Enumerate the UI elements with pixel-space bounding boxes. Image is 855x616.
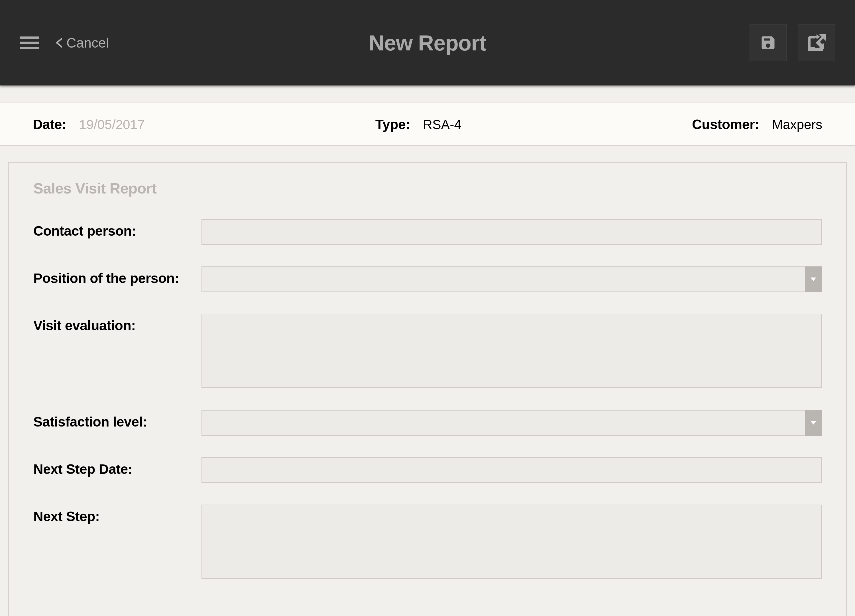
form-wrapper: Sales Visit Report Contact person: Posit…: [0, 146, 855, 616]
info-bar: Date: 19/05/2017 Type: RSA-4 Customer: M…: [0, 103, 855, 146]
position-label: Position of the person:: [33, 267, 201, 292]
page-title: New Report: [369, 31, 486, 55]
form-panel: Sales Visit Report Contact person: Posit…: [8, 162, 847, 616]
satisfaction-select-wrap: [201, 410, 822, 436]
info-type: Type: RSA-4: [375, 116, 461, 132]
visit-evaluation-label: Visit evaluation:: [33, 314, 201, 388]
info-customer: Customer: Maxpers: [692, 116, 822, 132]
header-actions: [749, 24, 835, 61]
customer-value: Maxpers: [772, 117, 822, 132]
cancel-button[interactable]: Cancel: [55, 35, 109, 51]
visit-evaluation-textarea[interactable]: [201, 314, 822, 388]
cancel-label: Cancel: [66, 35, 109, 51]
row-next-step: Next Step:: [33, 504, 822, 579]
chevron-left-icon: [55, 38, 62, 48]
satisfaction-label: Satisfaction level:: [33, 410, 201, 436]
save-icon: [760, 34, 777, 51]
position-select[interactable]: [201, 267, 822, 292]
date-value[interactable]: 19/05/2017: [79, 117, 145, 132]
row-next-step-date: Next Step Date:: [33, 457, 822, 483]
next-step-textarea[interactable]: [201, 504, 822, 579]
contact-person-label: Contact person:: [33, 219, 201, 245]
share-arrow-icon: [806, 32, 827, 53]
form-section-title: Sales Visit Report: [33, 180, 822, 197]
row-visit-evaluation: Visit evaluation:: [33, 314, 822, 388]
header-bar: Cancel New Report: [0, 0, 855, 86]
menu-button[interactable]: [20, 33, 40, 53]
hamburger-icon: [20, 37, 39, 39]
next-step-date-input[interactable]: [201, 457, 822, 483]
row-contact-person: Contact person:: [33, 219, 822, 245]
satisfaction-select[interactable]: [201, 410, 822, 436]
next-step-label: Next Step:: [33, 504, 201, 579]
next-step-date-label: Next Step Date:: [33, 457, 201, 483]
row-satisfaction: Satisfaction level:: [33, 410, 822, 436]
customer-label: Customer:: [692, 116, 759, 132]
save-button[interactable]: [749, 24, 787, 61]
position-select-wrap: [201, 267, 822, 292]
type-value: RSA-4: [423, 117, 461, 132]
row-position: Position of the person:: [33, 267, 822, 292]
type-label: Type:: [375, 116, 410, 132]
contact-person-input[interactable]: [201, 219, 822, 245]
share-button[interactable]: [798, 24, 835, 61]
info-date: Date: 19/05/2017: [33, 116, 145, 132]
date-label: Date:: [33, 116, 66, 132]
